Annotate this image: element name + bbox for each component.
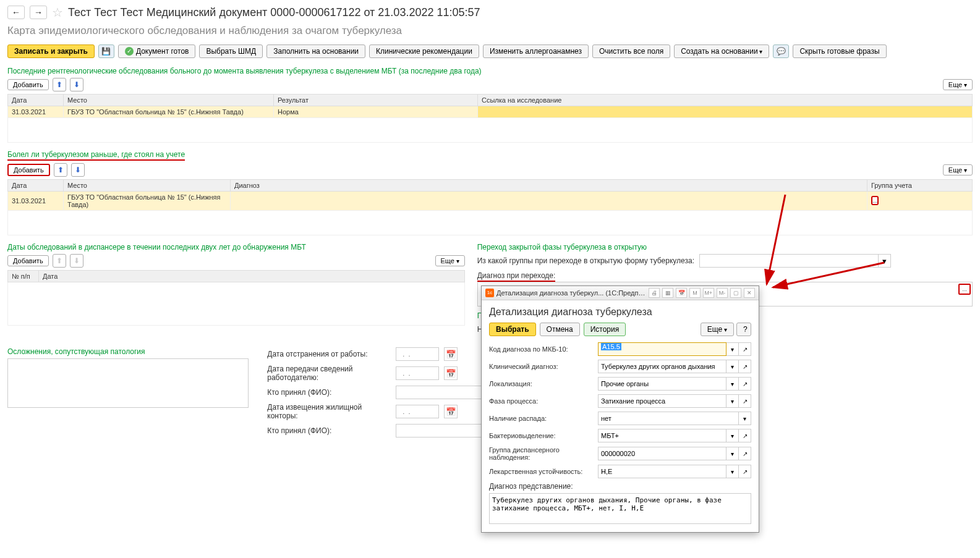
col-group[interactable]: Группа учета xyxy=(867,180,973,192)
page-subtitle: Карта эпидемиологического обследования и… xyxy=(0,25,980,42)
mplus-button[interactable]: M+ xyxy=(703,288,714,298)
clin-label: Клинический диагноз: xyxy=(489,363,594,370)
cell-diag[interactable] xyxy=(231,192,867,211)
date-inform-label: Дата передачи сведений работодателю: xyxy=(267,365,391,382)
change-allergy-button[interactable]: Изменить аллергоанамнез xyxy=(483,44,589,58)
create-based-button[interactable]: Создать на основании xyxy=(674,44,769,58)
m-button[interactable]: M xyxy=(689,288,701,298)
phase-open[interactable]: ↗ xyxy=(739,394,751,408)
group-transition-label: Из какой группы при переходе в открытую … xyxy=(477,256,694,265)
date-off-picker[interactable]: 📅 xyxy=(444,347,458,361)
group-ellipsis-button[interactable]: ... xyxy=(871,196,879,205)
phase-input[interactable] xyxy=(598,394,726,408)
section1-up-button[interactable]: ⬆ xyxy=(53,78,66,91)
loc-open[interactable]: ↗ xyxy=(739,377,751,391)
section3-up-button[interactable]: ⬆ xyxy=(53,254,66,268)
date-inform-input[interactable] xyxy=(396,366,439,380)
section1-table: Дата Место Результат Ссылка на исследова… xyxy=(7,94,973,143)
decay-input[interactable] xyxy=(598,412,739,425)
dialog-cancel-button[interactable]: Отмена xyxy=(540,323,580,336)
date-off-label: Дата отстранения от работы: xyxy=(267,350,391,358)
col-place[interactable]: Место xyxy=(64,180,231,192)
col-date[interactable]: Дата xyxy=(39,271,465,282)
date-housing-input[interactable] xyxy=(396,405,439,418)
print-icon[interactable]: 🖨 xyxy=(649,288,660,298)
complications-textarea[interactable] xyxy=(7,358,249,408)
dialog-select-button[interactable]: Выбрать xyxy=(489,323,536,336)
save-icon-button[interactable]: 💾 xyxy=(98,44,114,58)
section1-title: Последние рентгенологические обследовани… xyxy=(7,67,973,75)
bact-dropdown[interactable]: ▾ xyxy=(726,429,739,442)
back-button[interactable]: ← xyxy=(7,6,25,19)
col-place[interactable]: Место xyxy=(64,95,274,106)
clear-all-button[interactable]: Очистить все поля xyxy=(592,44,670,58)
clinical-rec-button[interactable]: Клинические рекомендации xyxy=(369,44,479,58)
cell-date[interactable]: 31.03.2021 xyxy=(8,192,64,211)
select-shmd-button[interactable]: Выбрать ШМД xyxy=(199,44,263,58)
cell-date[interactable]: 31.03.2021 xyxy=(8,106,64,118)
section3-more-button[interactable]: Еще xyxy=(435,255,465,266)
clin-dropdown[interactable]: ▾ xyxy=(726,360,739,373)
favorite-star-icon[interactable]: ☆ xyxy=(52,5,63,20)
section1-down-button[interactable]: ⬇ xyxy=(70,78,83,91)
col-num[interactable]: № п/п xyxy=(8,271,39,282)
section6-title: Осложнения, сопутствующая патология xyxy=(7,347,249,356)
section1-add-button[interactable]: Добавить xyxy=(7,79,49,90)
dialog-help-button[interactable]: ? xyxy=(736,323,751,336)
loc-dropdown[interactable]: ▾ xyxy=(726,377,739,391)
section2-add-button[interactable]: Добавить xyxy=(7,164,50,176)
mminus-button[interactable]: M- xyxy=(717,288,728,298)
date-inform-picker[interactable]: 📅 xyxy=(444,366,458,380)
section1-more-button[interactable]: Еще xyxy=(943,79,973,90)
cell-place[interactable]: ГБУЗ ТО "Областная больница № 15" (с.Ниж… xyxy=(64,106,274,118)
col-result[interactable]: Результат xyxy=(274,95,478,106)
mkb-label: Код диагноза по МКБ-10: xyxy=(489,345,594,353)
col-date[interactable]: Дата xyxy=(8,95,64,106)
cell-result[interactable]: Норма xyxy=(274,106,478,118)
table-row[interactable]: 31.03.2021 ГБУЗ ТО "Областная больница №… xyxy=(8,192,973,211)
cell-group[interactable]: ... xyxy=(867,192,973,211)
clin-input[interactable] xyxy=(598,360,726,373)
calc-icon[interactable]: ▦ xyxy=(662,288,673,298)
clin-open[interactable]: ↗ xyxy=(739,360,751,373)
maximize-button[interactable]: ▢ xyxy=(730,288,741,298)
bact-open[interactable]: ↗ xyxy=(739,429,751,442)
table-row[interactable]: 31.03.2021 ГБУЗ ТО "Областная больница №… xyxy=(8,106,973,118)
comment-icon-button[interactable]: 💬 xyxy=(773,44,789,58)
decay-dropdown[interactable]: ▾ xyxy=(739,412,751,425)
mkb-open[interactable]: ↗ xyxy=(739,342,751,356)
col-date[interactable]: Дата xyxy=(8,180,64,192)
dialog-more-button[interactable]: Еще xyxy=(701,323,734,336)
doc-ready-button[interactable]: ✓Документ готов xyxy=(118,44,196,58)
group-transition-input[interactable] xyxy=(699,254,879,268)
check-icon: ✓ xyxy=(125,47,134,56)
col-diag[interactable]: Диагноз xyxy=(231,180,867,192)
section2-down-button[interactable]: ⬇ xyxy=(71,163,85,177)
loc-input[interactable] xyxy=(598,377,726,391)
section3-down-button[interactable]: ⬇ xyxy=(70,254,83,268)
cell-ref[interactable] xyxy=(478,106,973,118)
hide-phrases-button[interactable]: Скрыть готовые фразы xyxy=(793,44,886,58)
fill-based-button[interactable]: Заполнить на основании xyxy=(266,44,365,58)
mkb-dropdown[interactable]: ▾ xyxy=(726,342,739,356)
page-title: Тест Тест Тест Медицинский документ 0000… xyxy=(68,6,480,19)
phase-dropdown[interactable]: ▾ xyxy=(726,394,739,408)
forward-button[interactable]: → xyxy=(30,6,47,19)
group-transition-dropdown[interactable]: ▾ xyxy=(879,254,891,268)
bact-label: Бактериовыделение: xyxy=(489,432,594,439)
date-housing-picker[interactable]: 📅 xyxy=(444,405,458,418)
section2-up-button[interactable]: ⬆ xyxy=(54,163,67,177)
bact-input[interactable] xyxy=(598,429,726,442)
date-off-input[interactable] xyxy=(396,347,439,361)
section3-add-button[interactable]: Добавить xyxy=(7,255,49,266)
mkb-input[interactable]: A15.5 xyxy=(598,342,726,356)
diag-ellipsis-button[interactable]: ... xyxy=(958,284,971,295)
cell-place[interactable]: ГБУЗ ТО "Областная больница № 15" (с.Ниж… xyxy=(64,192,231,211)
dialog-heading: Детализация диагноза туберкулеза xyxy=(489,306,751,318)
save-close-button[interactable]: Записать и закрыть xyxy=(7,44,95,58)
section2-more-button[interactable]: Еще xyxy=(943,164,973,175)
dialog-history-button[interactable]: История xyxy=(584,323,626,336)
calendar-icon[interactable]: 📅 xyxy=(676,288,687,298)
col-ref[interactable]: Ссылка на исследование xyxy=(478,95,973,106)
close-button[interactable]: ✕ xyxy=(744,288,755,298)
